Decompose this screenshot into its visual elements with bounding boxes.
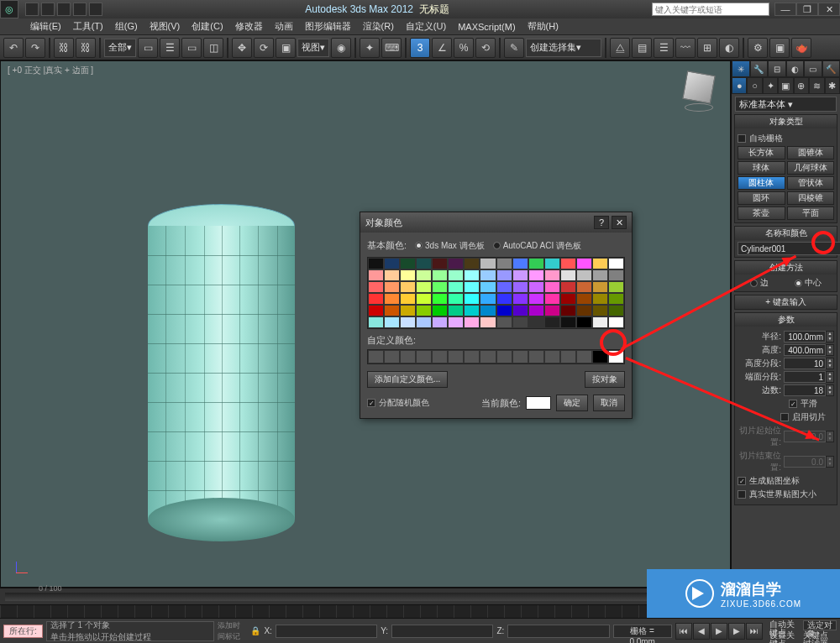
schematic-button[interactable]: ⊞ <box>697 38 717 58</box>
render-frame-button[interactable]: ▣ <box>769 38 790 58</box>
palette-swatch[interactable] <box>592 316 608 328</box>
undo-button[interactable]: ↶ <box>3 38 24 58</box>
palette-swatch[interactable] <box>512 293 528 305</box>
render-setup-button[interactable]: ⚙ <box>748 38 768 58</box>
redo-button[interactable]: ↷ <box>25 38 45 58</box>
palette-swatch[interactable] <box>576 281 592 293</box>
palette-swatch[interactable] <box>464 305 480 316</box>
menu-tools[interactable]: 工具(T) <box>68 18 108 34</box>
palette-swatch[interactable] <box>560 316 576 328</box>
palette-swatch[interactable] <box>368 258 384 269</box>
palette-swatch[interactable] <box>544 316 560 328</box>
tab-display[interactable]: ▭ <box>804 60 822 77</box>
named-selection-set[interactable]: 创建选择集 ▾ <box>526 39 601 57</box>
palette-swatch[interactable] <box>384 316 400 328</box>
custom-color-slot[interactable] <box>496 350 512 363</box>
smooth-checkbox[interactable]: ✓ <box>789 400 797 408</box>
sides-input[interactable] <box>784 384 826 396</box>
time-slider[interactable]: 0 / 100 <box>0 588 731 604</box>
tab-modify[interactable]: 🔧 <box>750 60 769 77</box>
palette-swatch[interactable] <box>528 316 544 328</box>
close-button[interactable]: ✕ <box>818 3 840 16</box>
palette-swatch[interactable] <box>416 293 432 305</box>
menu-help[interactable]: 帮助(H) <box>522 18 564 34</box>
prev-frame-button[interactable]: ◀ <box>693 623 710 640</box>
custom-color-white[interactable] <box>608 350 624 363</box>
tab-utilities[interactable]: 🔨 <box>822 60 841 77</box>
cseg-input[interactable] <box>784 371 826 383</box>
cat-lights[interactable]: ✦ <box>763 77 778 94</box>
menu-view[interactable]: 视图(V) <box>144 18 186 34</box>
by-object-button[interactable]: 按对象 <box>585 371 625 388</box>
gen-uv-checkbox[interactable]: ✓ <box>738 477 746 485</box>
palette-swatch[interactable] <box>608 258 624 269</box>
cat-geometry[interactable]: ● <box>732 77 747 94</box>
selkey-dropdown[interactable]: 选定对象 <box>803 620 837 630</box>
custom-color-black[interactable] <box>592 350 608 363</box>
viewport-label[interactable]: [ +0 正交 |真实 + 边面 ] <box>8 65 93 76</box>
lock-icon[interactable]: 🔒 <box>250 626 260 635</box>
menu-render[interactable]: 渲染(R) <box>358 18 399 34</box>
height-spinner[interactable]: ▲▼ <box>826 344 834 356</box>
object-name-input[interactable] <box>738 242 840 255</box>
qat-open[interactable] <box>41 3 55 16</box>
pivot-button[interactable]: ◉ <box>331 38 351 58</box>
palette-swatch[interactable] <box>368 281 384 293</box>
select-region-button[interactable]: ▭ <box>181 38 202 58</box>
palette-swatch[interactable] <box>544 258 560 269</box>
snap-toggle[interactable]: 3 <box>410 38 430 58</box>
track-bar[interactable] <box>0 604 731 618</box>
tab-motion[interactable]: ◐ <box>786 60 805 77</box>
palette-swatch[interactable] <box>384 281 400 293</box>
palette-swatch[interactable] <box>496 305 512 316</box>
unlink-button[interactable]: ⛓ <box>76 38 96 58</box>
scale-button[interactable]: ▣ <box>276 38 296 58</box>
palette-swatch[interactable] <box>496 293 512 305</box>
tab-hierarchy[interactable]: ⊟ <box>768 60 786 77</box>
palette-swatch[interactable] <box>432 305 448 316</box>
palette-swatch[interactable] <box>432 258 448 269</box>
palette-swatch[interactable] <box>576 258 592 269</box>
palette-swatch[interactable] <box>528 269 544 281</box>
palette-swatch[interactable] <box>384 269 400 281</box>
dialog-close-button[interactable]: ✕ <box>612 216 627 229</box>
palette-swatch[interactable] <box>400 258 416 269</box>
qat-new[interactable] <box>25 3 39 16</box>
cseg-spinner[interactable]: ▲▼ <box>826 371 834 383</box>
palette-swatch[interactable] <box>464 258 480 269</box>
palette-swatch[interactable] <box>576 293 592 305</box>
window-crossing-button[interactable]: ◫ <box>203 38 223 58</box>
custom-color-slot[interactable] <box>416 350 432 363</box>
menu-create[interactable]: 创建(C) <box>186 18 228 34</box>
palette-swatch[interactable] <box>416 281 432 293</box>
cat-shapes[interactable]: ○ <box>747 77 762 94</box>
palette-swatch[interactable] <box>528 281 544 293</box>
palette-swatch[interactable] <box>560 305 576 316</box>
palette-swatch[interactable] <box>560 293 576 305</box>
qat-save[interactable] <box>57 3 71 16</box>
palette-swatch[interactable] <box>448 281 464 293</box>
cylinder-object[interactable] <box>148 204 295 531</box>
help-search-input[interactable] <box>652 3 769 16</box>
material-editor-button[interactable]: ◐ <box>719 38 739 58</box>
palette-swatch[interactable] <box>432 269 448 281</box>
palette-swatch[interactable] <box>480 293 496 305</box>
radio-aci-palette[interactable] <box>493 242 501 249</box>
cat-helpers[interactable]: ⊕ <box>794 77 809 94</box>
palette-swatch[interactable] <box>592 293 608 305</box>
manip-button[interactable]: ✦ <box>360 38 380 58</box>
coord-y-input[interactable] <box>391 625 493 638</box>
palette-swatch[interactable] <box>512 305 528 316</box>
goto-end-button[interactable]: ⏭ <box>746 623 763 640</box>
play-button[interactable]: ▶ <box>711 623 727 640</box>
hseg-input[interactable] <box>784 358 826 369</box>
radius-input[interactable] <box>784 331 826 342</box>
sides-spinner[interactable]: ▲▼ <box>826 384 834 396</box>
custom-color-slot[interactable] <box>448 350 464 363</box>
obj-box[interactable]: 长方体 <box>738 146 785 159</box>
custom-color-slot[interactable] <box>384 350 400 363</box>
custom-color-slot[interactable] <box>576 350 592 363</box>
minimize-button[interactable]: — <box>774 3 796 16</box>
ref-coord-dropdown[interactable]: 视图 ▾ <box>297 39 329 57</box>
palette-swatch[interactable] <box>432 316 448 328</box>
